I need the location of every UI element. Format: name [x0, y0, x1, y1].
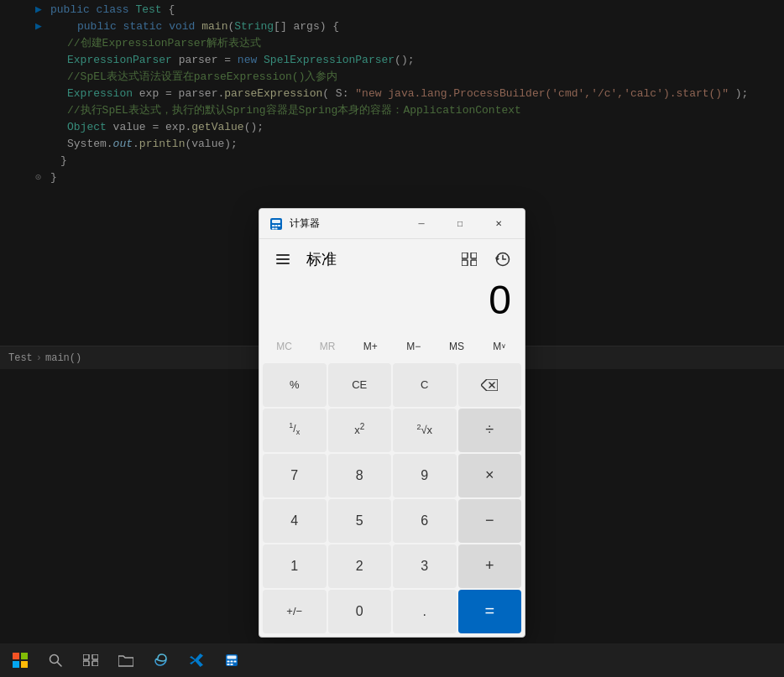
svg-rect-27	[92, 661, 98, 666]
svg-rect-1	[272, 220, 280, 223]
ce-button[interactable]: CE	[328, 363, 392, 407]
add-button[interactable]: +	[458, 544, 522, 588]
eight-button[interactable]: 8	[328, 454, 392, 497]
svg-rect-25	[92, 654, 98, 659]
clear-button[interactable]: C	[393, 363, 457, 407]
reciprocal-button[interactable]: 1/x	[263, 409, 327, 452]
memory-dropdown-button[interactable]: M∨	[478, 331, 521, 362]
decimal-button[interactable]: .	[393, 590, 457, 633]
calculator-mode-title: 标准	[306, 249, 447, 269]
calculator-titlebar: 计算器 ─ □ ✕	[259, 209, 525, 239]
calculator-header: 标准	[259, 239, 525, 276]
calculator-app-icon	[269, 217, 283, 231]
svg-rect-2	[272, 225, 274, 227]
maximize-button[interactable]: □	[441, 209, 479, 239]
svg-rect-11	[462, 253, 468, 258]
taskbar	[0, 643, 784, 677]
svg-rect-12	[471, 253, 477, 258]
calculator-display: 0	[259, 276, 525, 331]
two-button[interactable]: 2	[328, 544, 392, 588]
svg-rect-9	[276, 258, 290, 260]
svg-rect-29	[227, 656, 237, 659]
memory-subtract-button[interactable]: M−	[392, 331, 435, 362]
square-button[interactable]: x2	[328, 409, 392, 452]
svg-rect-32	[234, 661, 237, 663]
minimize-button[interactable]: ─	[402, 209, 441, 239]
backspace-button[interactable]	[458, 363, 522, 407]
svg-rect-8	[276, 254, 290, 256]
svg-rect-6	[275, 227, 278, 229]
negate-button[interactable]: +/−	[263, 590, 327, 633]
svg-rect-4	[278, 225, 280, 227]
svg-rect-5	[272, 227, 274, 229]
calculator-buttons: % CE C 1/x x2 2√x ÷ 7 8 9 × 4 5 6 − 1	[259, 363, 525, 637]
svg-rect-31	[231, 661, 233, 663]
svg-rect-21	[21, 661, 28, 668]
svg-rect-10	[276, 263, 290, 264]
six-button[interactable]: 6	[393, 499, 457, 543]
svg-rect-30	[227, 661, 230, 663]
svg-rect-33	[227, 664, 230, 665]
start-button[interactable]	[3, 645, 37, 675]
one-button[interactable]: 1	[263, 544, 327, 588]
close-button[interactable]: ✕	[479, 209, 518, 239]
nine-button[interactable]: 9	[393, 454, 457, 497]
multiply-button[interactable]: ×	[458, 454, 522, 497]
edge-browser-button[interactable]	[144, 645, 178, 675]
svg-rect-7	[278, 227, 280, 229]
memory-store-button[interactable]: MS	[435, 331, 478, 362]
svg-rect-20	[13, 661, 19, 668]
divide-button[interactable]: ÷	[458, 409, 522, 452]
svg-rect-18	[13, 653, 19, 659]
svg-rect-24	[83, 654, 89, 659]
calculator-title: 计算器	[290, 216, 402, 231]
search-button[interactable]	[39, 645, 72, 675]
display-value: 0	[273, 276, 511, 325]
svg-rect-13	[462, 260, 468, 266]
file-explorer-button[interactable]	[109, 645, 143, 675]
svg-line-23	[58, 663, 62, 667]
calculator-taskbar-button[interactable]	[215, 645, 248, 675]
equals-button[interactable]: =	[458, 590, 522, 633]
subtract-button[interactable]: −	[458, 499, 522, 543]
three-button[interactable]: 3	[393, 544, 457, 588]
memory-recall-button[interactable]: MR	[306, 331, 348, 362]
header-icons	[454, 244, 518, 274]
hamburger-menu-button[interactable]	[266, 242, 300, 276]
vscode-button[interactable]	[180, 645, 213, 675]
svg-rect-19	[21, 653, 28, 659]
calculator-window: 计算器 ─ □ ✕ 标准	[259, 208, 525, 638]
svg-rect-34	[231, 664, 233, 665]
window-controls: ─ □ ✕	[402, 209, 518, 239]
memory-clear-button[interactable]: MC	[263, 331, 306, 362]
svg-rect-14	[471, 260, 477, 266]
five-button[interactable]: 5	[328, 499, 392, 543]
calculator-mode-icon[interactable]	[454, 244, 484, 274]
seven-button[interactable]: 7	[263, 454, 327, 497]
history-button[interactable]	[488, 244, 518, 274]
four-button[interactable]: 4	[263, 499, 327, 543]
memory-add-button[interactable]: M+	[349, 331, 392, 362]
percent-button[interactable]: %	[263, 363, 327, 407]
task-view-button[interactable]	[74, 645, 107, 675]
sqrt-button[interactable]: 2√x	[393, 409, 457, 452]
memory-row: MC MR M+ M− MS M∨	[259, 331, 525, 362]
zero-button[interactable]: 0	[328, 590, 392, 633]
svg-rect-26	[83, 661, 89, 666]
svg-rect-3	[275, 225, 278, 227]
svg-rect-35	[234, 664, 237, 665]
